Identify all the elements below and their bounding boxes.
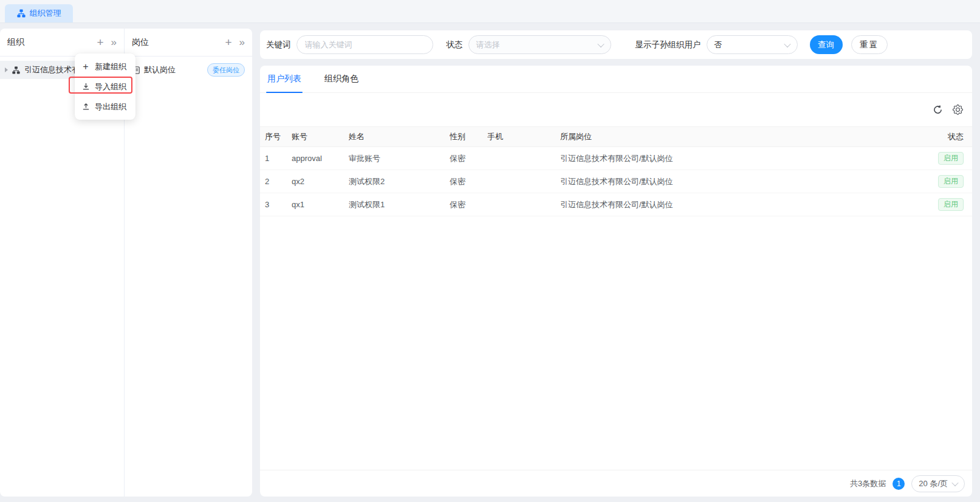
sitemap-icon [17, 9, 26, 18]
position-panel-header: 岗位 + » [125, 29, 252, 57]
cell-account: approval [292, 154, 349, 163]
cell-index: 2 [265, 177, 292, 186]
menu-item-new-org[interactable]: + 新建组织 [75, 57, 135, 77]
cell-position: 引迈信息技术有限公司/默认岗位 [560, 176, 914, 187]
refresh-icon[interactable] [933, 105, 943, 115]
status-label: 状态 [447, 40, 463, 50]
add-org-icon[interactable]: + [97, 36, 103, 48]
menu-item-export-org[interactable]: 导出组织 [75, 97, 135, 117]
cell-name: 测试权限1 [349, 199, 450, 210]
cell-gender: 保密 [450, 176, 487, 187]
table-row[interactable]: 1 approval 审批账号 保密 引迈信息技术有限公司/默认岗位 启用 [260, 147, 972, 170]
status-select-placeholder: 请选择 [476, 40, 500, 50]
descendant-select[interactable]: 否 [707, 35, 798, 54]
chevron-down-icon [951, 479, 958, 486]
org-panel-title: 组织 [7, 37, 24, 48]
cell-account: qx2 [292, 177, 349, 186]
descendant-label: 显示子孙组织用户 [636, 40, 701, 50]
descendant-select-value: 否 [714, 40, 722, 50]
col-status: 状态 [914, 131, 972, 142]
cell-index: 3 [265, 200, 292, 209]
position-type-badge: 委任岗位 [207, 63, 245, 77]
cell-status: 启用 [914, 198, 972, 211]
col-name: 姓名 [349, 131, 450, 142]
cell-status: 启用 [914, 175, 972, 188]
cell-gender: 保密 [450, 199, 487, 210]
status-badge: 启用 [938, 198, 964, 211]
search-button[interactable]: 查询 [810, 35, 843, 54]
position-item[interactable]: 默认岗位 委任岗位 [125, 61, 252, 79]
cell-position: 引迈信息技术有限公司/默认岗位 [560, 153, 914, 164]
col-gender: 性别 [450, 131, 487, 142]
pagination-bar: 共3条数据 1 20 条/页 [260, 470, 972, 497]
tab-org-roles[interactable]: 组织角色 [323, 66, 360, 92]
export-icon [81, 103, 90, 111]
page-size-value: 20 条/页 [919, 478, 948, 489]
menu-item-import-org[interactable]: 导入组织 [75, 77, 135, 97]
cell-index: 1 [265, 154, 292, 163]
col-phone: 手机 [487, 131, 560, 142]
table-body: 1 approval 审批账号 保密 引迈信息技术有限公司/默认岗位 启用 2 … [260, 147, 972, 216]
cell-name: 测试权限2 [349, 176, 450, 187]
reset-button[interactable]: 重置 [851, 35, 888, 54]
collapse-org-panel-icon[interactable]: » [111, 37, 117, 47]
cell-status: 启用 [914, 152, 972, 165]
gear-icon[interactable] [953, 105, 963, 115]
org-panel-header: 组织 + » [0, 29, 124, 57]
menu-item-label: 新建组织 [95, 61, 126, 72]
content-tabs: 用户列表 组织角色 [260, 66, 972, 93]
window-tabbar: 组织管理 [0, 0, 980, 23]
status-badge: 启用 [938, 152, 964, 165]
filter-bar: 关键词 状态 请选择 显示子孙组织用户 否 查询 重置 [260, 30, 972, 59]
position-item-label: 默认岗位 [144, 64, 176, 75]
tab-user-list[interactable]: 用户列表 [266, 66, 303, 92]
cell-account: qx1 [292, 200, 349, 209]
tab-org-management[interactable]: 组织管理 [5, 4, 73, 22]
cell-position: 引迈信息技术有限公司/默认岗位 [560, 199, 914, 210]
app-tab-label: 组织管理 [30, 8, 61, 19]
plus-icon: + [81, 61, 90, 72]
position-panel: 岗位 + » 默认岗位 委任岗位 [125, 29, 252, 497]
org-context-menu: + 新建组织 导入组织 导出组织 [75, 53, 135, 120]
org-node-icon [12, 66, 20, 74]
keyword-label: 关键词 [266, 40, 291, 50]
main-content-card: 用户列表 组织角色 序号 账号 姓名 性别 手机 所属岗位 状态 1 appro… [260, 66, 972, 497]
chevron-down-icon [784, 40, 790, 47]
page-size-select[interactable]: 20 条/页 [911, 475, 965, 492]
menu-item-label: 导入组织 [95, 81, 126, 92]
table-header: 序号 账号 姓名 性别 手机 所属岗位 状态 [260, 126, 972, 147]
pagination-total: 共3条数据 [850, 478, 886, 489]
collapse-position-panel-icon[interactable]: » [239, 37, 245, 47]
col-index: 序号 [265, 131, 292, 142]
menu-item-label: 导出组织 [95, 101, 126, 112]
add-position-icon[interactable]: + [225, 36, 231, 48]
chevron-down-icon [597, 40, 604, 47]
col-account: 账号 [292, 131, 349, 142]
keyword-input[interactable] [296, 35, 433, 54]
status-select[interactable]: 请选择 [468, 35, 611, 54]
table-row[interactable]: 2 qx2 测试权限2 保密 引迈信息技术有限公司/默认岗位 启用 [260, 170, 972, 193]
table-toolbar [260, 93, 972, 126]
caret-right-icon[interactable] [5, 67, 8, 72]
import-icon [81, 83, 90, 91]
status-badge: 启用 [938, 175, 964, 188]
position-panel-title: 岗位 [132, 37, 149, 48]
col-position: 所属岗位 [560, 131, 914, 142]
table-row[interactable]: 3 qx1 测试权限1 保密 引迈信息技术有限公司/默认岗位 启用 [260, 193, 972, 216]
cell-name: 审批账号 [349, 153, 450, 164]
page-number-button[interactable]: 1 [893, 478, 905, 490]
cell-gender: 保密 [450, 153, 487, 164]
